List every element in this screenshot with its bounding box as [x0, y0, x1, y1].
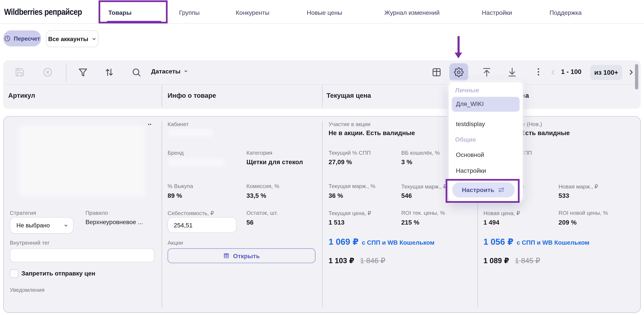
header-col-divider	[162, 85, 162, 107]
new-old-price: 1 845 ₽	[515, 256, 540, 265]
cabinet-label: Кабинет	[168, 121, 188, 127]
save-icon[interactable]	[15, 67, 24, 77]
tab-konkurenty[interactable]: Конкуренты	[236, 9, 269, 16]
brand-label: Бренд	[168, 150, 184, 156]
app-root: Wildberries репрайсер Товары Группы Конк…	[0, 0, 644, 315]
forbid-prices-checkbox[interactable]	[10, 269, 18, 278]
cancel-icon[interactable]	[43, 67, 52, 77]
menu-shared-header: Общие	[455, 136, 476, 143]
cost-input[interactable]	[168, 217, 236, 233]
current-price-label: Текущая цена, ₽	[328, 210, 371, 216]
columns-icon[interactable]	[431, 67, 442, 78]
row-col-divider	[322, 121, 322, 307]
new-spp-note: с СПП и WB Кошельком	[517, 239, 589, 246]
header-info: Инфо о товаре	[168, 92, 216, 99]
menu-item-testdisplay[interactable]: testdisplay	[456, 120, 485, 127]
menu-item-dlya-wiki[interactable]: Для_WIKI	[452, 97, 520, 112]
new-margin-rub-label: Новая марж., ₽	[558, 183, 598, 190]
tab-gruppy[interactable]: Группы	[179, 9, 200, 16]
download-icon[interactable]	[507, 67, 518, 78]
recalc-button[interactable]: Пересчет	[3, 30, 41, 46]
sort-icon[interactable]	[104, 67, 114, 77]
current-promo-label: Участие в акции	[328, 121, 370, 127]
current-promo-value: Не в акции. Есть валидные	[328, 129, 415, 137]
cost-label: Себестоимость, ₽	[168, 210, 214, 216]
scrollbar-thumb[interactable]	[635, 64, 638, 89]
new-roi-label: ROI новой цены, %	[558, 210, 608, 216]
wb-wallet-value: 3 %	[401, 158, 412, 166]
arrow-annotation-shaft	[458, 36, 460, 53]
buyout-label: % Выкупа	[168, 183, 193, 189]
new-wallet-price: 1 089 ₽	[484, 256, 509, 265]
menu-item-osnovnoy[interactable]: Основной	[456, 151, 484, 158]
current-margin-rub-label: Текущая марж., ₽	[401, 183, 447, 190]
current-spp-value: 27,09 %	[328, 158, 352, 166]
buyout-value: 89 %	[168, 192, 182, 199]
current-spp-note: с СПП и WB Кошельком	[362, 239, 434, 246]
current-spp-label: Текущий % СПП	[328, 150, 371, 156]
internal-tag-label: Внутренний тег	[10, 240, 50, 246]
new-spp-price-line: 1 056 ₽ с СПП и WB Кошельком	[484, 237, 589, 247]
accounts-label: Все аккаунты	[48, 35, 88, 42]
new-margin-rub-value: 533	[558, 192, 569, 199]
kebab-icon[interactable]	[534, 67, 543, 77]
table-icon	[223, 253, 230, 259]
current-price-line: 1 103 ₽ 1 846 ₽	[328, 256, 385, 265]
menu-item-nastroyki[interactable]: Настройки	[456, 167, 486, 174]
category-label: Категория	[246, 150, 272, 156]
new-price-label: Новая цена, ₽	[484, 210, 520, 216]
tab-zhurnal[interactable]: Журнал изменений	[384, 9, 440, 16]
clock-icon	[4, 35, 11, 42]
current-margin-pct-value: 36 %	[328, 192, 343, 199]
gear-icon	[454, 67, 464, 77]
open-promos-button[interactable]: Открыть	[168, 248, 316, 263]
nav-divider	[0, 23, 644, 24]
current-wallet-price: 1 103 ₽	[328, 256, 354, 265]
search-icon[interactable]	[132, 67, 141, 77]
rule-value: Верхнеуровневое ...	[86, 218, 143, 225]
redacted-brand-value	[168, 158, 225, 167]
toolbar	[3, 60, 641, 84]
accounts-select[interactable]: Все аккаунты	[46, 30, 98, 47]
tovary-annotation-box	[98, 0, 168, 23]
new-price-line: 1 089 ₽ 1 845 ₽	[484, 256, 540, 265]
commission-value: 33,5 %	[246, 192, 266, 199]
tab-nastroyki[interactable]: Настройки	[482, 9, 512, 16]
chevron-down-icon	[64, 223, 68, 228]
promos-label: Акции	[168, 240, 183, 246]
internal-tag-input[interactable]	[10, 248, 154, 262]
arrow-annotation-head	[455, 53, 462, 58]
chevron-right-icon[interactable]	[627, 68, 635, 76]
header-current-price: Текущая цена	[326, 92, 371, 99]
strategy-label: Стратегия	[10, 210, 36, 216]
chevron-left-icon[interactable]	[549, 68, 558, 76]
wb-wallet-label: ВБ кошелёк, %	[401, 150, 440, 156]
datasets-select[interactable]: Датасеты	[151, 68, 188, 75]
configure-annotation-box	[446, 179, 520, 203]
menu-item-label: Для_WIKI	[456, 100, 484, 107]
new-roi-value: 209 %	[558, 219, 576, 226]
current-margin-pct-label: Текущая марж., %	[328, 183, 376, 189]
redacted-product-image	[18, 125, 146, 197]
gear-button[interactable]	[449, 63, 468, 81]
redacted-cabinet-value	[168, 129, 214, 137]
current-price-value: 1 513	[328, 219, 344, 226]
current-margin-rub-value: 546	[401, 192, 412, 199]
current-spp-price: 1 069 ₽	[328, 237, 358, 247]
strategy-select[interactable]: Не выбрано	[10, 217, 74, 234]
current-old-price: 1 846 ₽	[360, 256, 385, 265]
header-artikul: Артикул	[8, 92, 35, 99]
filter-icon[interactable]	[78, 67, 88, 77]
open-promos-label: Открыть	[233, 252, 260, 259]
datasets-label: Датасеты	[151, 68, 180, 75]
strategy-value: Не выбрано	[16, 222, 50, 229]
new-spp-price: 1 056 ₽	[484, 237, 514, 247]
stock-value: 56	[246, 219, 254, 226]
tab-podderzhka[interactable]: Поддержка	[550, 9, 582, 16]
tab-novye-tseny[interactable]: Новые цены	[307, 9, 342, 16]
upload-icon[interactable]	[481, 67, 492, 78]
current-roi-value: 215 %	[401, 219, 419, 226]
new-price-value: 1 494	[484, 219, 499, 226]
article-dots: ..	[148, 119, 152, 126]
current-roi-label: ROI тек. цены, %	[401, 210, 445, 216]
